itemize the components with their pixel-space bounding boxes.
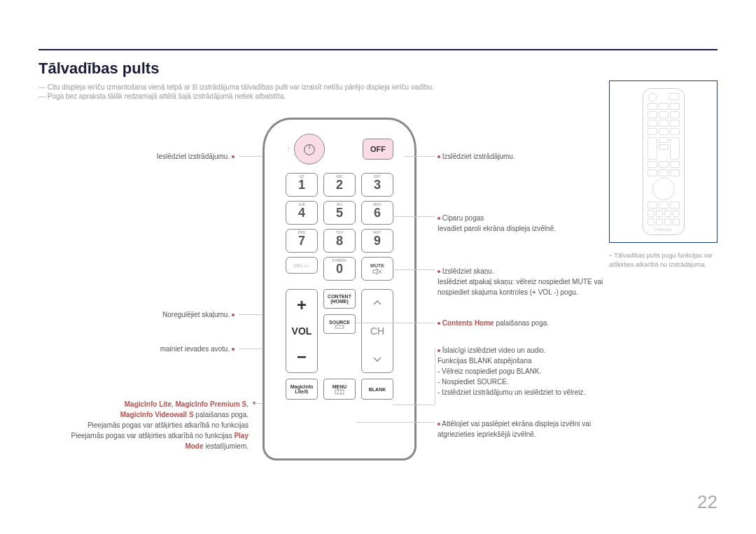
channel-rocker: CH <box>361 289 393 373</box>
label-magicinfo: MagicInfo Lite, MagicInfo Premium S, Mag… <box>59 399 248 451</box>
label-content-home: Contents Home palaišanas poga. <box>438 319 549 327</box>
svg-rect-4 <box>335 325 344 328</box>
remote-control-diagram: ⋮ OFF QZ1 ABC2 DEF3 GHI4 JKL5 MNO6 PRS7 … <box>262 118 416 461</box>
digit-8: TUV8 <box>323 229 356 253</box>
leader-line-v <box>435 349 435 405</box>
source-button: SOURCE <box>323 314 356 334</box>
digit-5: JKL5 <box>323 201 356 225</box>
chevron-up-icon <box>372 300 382 307</box>
del-button: DEL-/-- <box>286 257 318 274</box>
mini-remote-box: SAMSUNG <box>609 80 718 243</box>
sidebar: SAMSUNG – Tālvadības pults pogu funkcija… <box>609 80 718 269</box>
ir-indicator: ⋮ <box>286 146 291 153</box>
label-mute: Izslēdziet skaņu.Ieslēdziet atpakaļ skaņ… <box>438 266 620 297</box>
digit-9: WXY9 <box>361 229 393 253</box>
digit-3: DEF3 <box>361 173 393 197</box>
digit-6: MNO6 <box>361 201 393 225</box>
leader-line <box>393 405 435 405</box>
digit-2: ABC2 <box>323 173 356 197</box>
digit-1: QZ1 <box>286 173 318 197</box>
label-blank: Īslaicīgi izslēdziet video un audio.Funk… <box>438 345 585 398</box>
leader-line <box>393 216 435 217</box>
sidebar-note: – Tālvadības pults pogu funkcijas var at… <box>609 251 718 269</box>
menu-icon <box>335 389 344 395</box>
svg-rect-5 <box>335 390 344 394</box>
page-number: 22 <box>697 491 718 513</box>
page-title: Tālvadības pults <box>38 59 718 78</box>
mini-remote: SAMSUNG <box>643 88 685 235</box>
label-power-off: Izslēdziet izstrādājumu. <box>438 153 515 160</box>
leader-line <box>356 422 435 423</box>
leader-line <box>356 323 435 323</box>
magicinfo-button: MagicInfoLite/S <box>286 379 318 400</box>
leader-line <box>393 269 435 270</box>
leader-line <box>404 156 435 157</box>
digit-7: PRS7 <box>286 229 318 253</box>
header-divider <box>38 49 718 50</box>
digit-4: GHI4 <box>286 201 318 225</box>
chevron-down-icon <box>372 356 382 363</box>
label-power-on: Ieslēdziet izstrādājumu. <box>122 153 234 160</box>
blank-button: BLANK <box>361 379 393 400</box>
label-digits: Ciparu pogasIevadiet paroli ekrāna displ… <box>438 213 556 234</box>
label-menu: Attēlojiet vai paslēpiet ekrāna displeja… <box>438 419 620 440</box>
label-source-change: mainiet ievades avotu. <box>122 345 234 353</box>
digit-0: SYMBOL0 <box>323 257 356 281</box>
power-icon <box>302 141 317 157</box>
content-home-button: CONTENT(HOME) <box>323 289 356 309</box>
label-volume: Noregulējiet skaļumu. <box>122 311 234 318</box>
mute-icon <box>372 268 382 275</box>
source-icon <box>335 325 344 329</box>
menu-button: MENU <box>323 379 356 400</box>
mute-button: MUTE <box>361 257 393 281</box>
volume-rocker: + VOL − <box>286 289 318 373</box>
off-button: OFF <box>363 139 393 160</box>
power-button <box>294 134 325 164</box>
